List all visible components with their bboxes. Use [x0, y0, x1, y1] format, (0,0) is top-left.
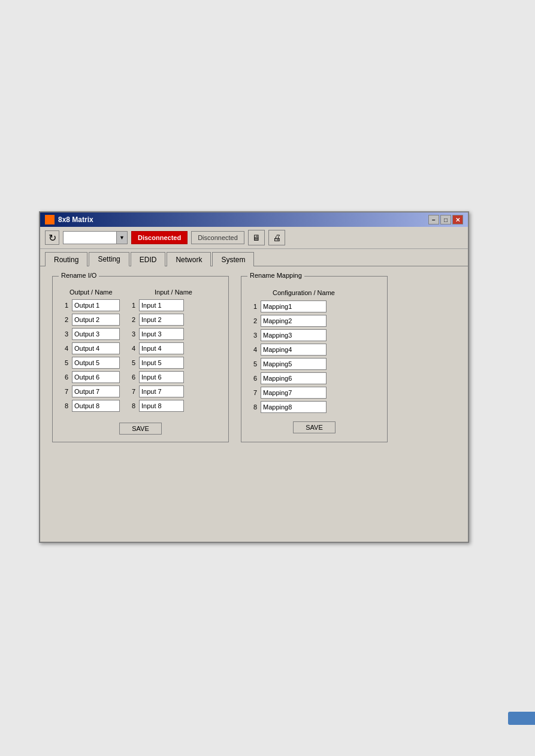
monitor-icon-button[interactable]: 🖥	[248, 230, 265, 245]
mapping-2-input[interactable]	[261, 315, 327, 327]
tab-system[interactable]: System	[212, 252, 254, 266]
output-row-1: 1	[60, 299, 120, 311]
config-column-header: Configuration / Name	[249, 289, 380, 297]
input-row-1: 1	[127, 299, 184, 311]
page-wrapper: 8x8 Matrix − □ ✕ ↻ ▼ Disconnected Discon…	[0, 0, 535, 756]
input-5-input[interactable]	[139, 357, 184, 369]
mapping-row-2: 2	[249, 315, 380, 327]
refresh-icon: ↻	[49, 232, 56, 244]
panels-row: Rename I/O Output / Name Input / Name 1	[52, 276, 456, 442]
input-7-input[interactable]	[139, 385, 184, 397]
mapping-row-7: 7	[249, 387, 380, 399]
input-3-input[interactable]	[139, 328, 184, 340]
input-1-input[interactable]	[139, 299, 184, 311]
tab-setting[interactable]: Setting	[89, 252, 129, 266]
mapping-row-1: 1	[249, 300, 380, 312]
io-column-headers: Output / Name Input / Name	[60, 289, 221, 296]
mapping-8-input[interactable]	[261, 401, 327, 413]
output-8-input[interactable]	[72, 400, 120, 412]
input-6-input[interactable]	[139, 371, 184, 383]
dropdown-arrow-button[interactable]: ▼	[117, 231, 128, 244]
main-content: Rename I/O Output / Name Input / Name 1	[40, 266, 468, 542]
output-3-input[interactable]	[72, 328, 120, 340]
status-gray-badge: Disconnected	[191, 231, 244, 244]
tab-edid[interactable]: EDID	[131, 252, 166, 266]
input-4-input[interactable]	[139, 342, 184, 354]
input-row-5: 5	[127, 357, 184, 369]
connection-dropdown-wrapper: ▼	[63, 231, 128, 244]
application-window: 8x8 Matrix − □ ✕ ↻ ▼ Disconnected Discon…	[39, 211, 469, 543]
input-8-input[interactable]	[139, 400, 184, 412]
output-row-2: 2	[60, 314, 120, 326]
output-row-7: 7	[60, 385, 120, 397]
input-2-input[interactable]	[139, 314, 184, 326]
mapping-row-3: 3	[249, 329, 380, 341]
title-bar-left: 8x8 Matrix	[45, 215, 93, 224]
mapping-6-input[interactable]	[261, 372, 327, 384]
mapping-3-input[interactable]	[261, 329, 327, 341]
tabs-bar: Routing Setting EDID Network System	[40, 249, 468, 266]
window-title: 8x8 Matrix	[58, 215, 93, 224]
rename-mapping-title: Rename Mapping	[247, 272, 304, 279]
inputs-column: 1 2 3 4	[127, 299, 184, 414]
tab-routing[interactable]: Routing	[45, 252, 87, 266]
io-save-button[interactable]: SAVE	[119, 423, 162, 435]
outputs-column: 1 2 3 4	[60, 299, 120, 414]
input-row-8: 8	[127, 400, 184, 412]
output-row-3: 3	[60, 328, 120, 340]
input-name-header: Input / Name	[155, 289, 220, 296]
config-name-header: Configuration / Name	[261, 289, 335, 296]
output-7-input[interactable]	[72, 385, 120, 397]
output-6-input[interactable]	[72, 371, 120, 383]
close-button[interactable]: ✕	[452, 215, 463, 224]
output-4-input[interactable]	[72, 342, 120, 354]
output-row-5: 5	[60, 357, 120, 369]
mapping-rows: 1 2 3 4	[249, 300, 380, 413]
output-row-6: 6	[60, 371, 120, 383]
app-icon	[45, 215, 55, 224]
mapping-row-6: 6	[249, 372, 380, 384]
minimize-button[interactable]: −	[428, 215, 439, 224]
mapping-1-input[interactable]	[261, 300, 327, 312]
rename-io-group: Rename I/O Output / Name Input / Name 1	[52, 276, 229, 442]
io-save-row: SAVE	[60, 419, 221, 435]
rename-mapping-group: Rename Mapping Configuration / Name 1 2	[241, 276, 388, 442]
io-columns: 1 2 3 4	[60, 299, 221, 414]
mapping-row-8: 8	[249, 401, 380, 413]
input-row-4: 4	[127, 342, 184, 354]
input-row-3: 3	[127, 328, 184, 340]
output-name-header: Output / Name	[69, 289, 147, 296]
refresh-button[interactable]: ↻	[45, 230, 59, 245]
output-row-8: 8	[60, 400, 120, 412]
print-icon-button[interactable]: 🖨	[268, 230, 285, 245]
tab-network[interactable]: Network	[167, 252, 211, 266]
output-5-input[interactable]	[72, 357, 120, 369]
output-1-input[interactable]	[72, 299, 120, 311]
mapping-row-5: 5	[249, 358, 380, 370]
mapping-save-button[interactable]: SAVE	[293, 421, 335, 433]
title-controls: − □ ✕	[428, 215, 463, 224]
output-2-input[interactable]	[72, 314, 120, 326]
connection-input[interactable]	[63, 231, 117, 244]
output-row-4: 4	[60, 342, 120, 354]
input-row-2: 2	[127, 314, 184, 326]
monitor-icon: 🖥	[252, 233, 261, 242]
maximize-button[interactable]: □	[440, 215, 451, 224]
toolbar: ↻ ▼ Disconnected Disconnected 🖥 🖨	[40, 227, 468, 249]
mapping-5-input[interactable]	[261, 358, 327, 370]
mapping-7-input[interactable]	[261, 387, 327, 399]
mapping-save-row: SAVE	[249, 418, 380, 433]
title-bar: 8x8 Matrix − □ ✕	[40, 212, 468, 227]
bottom-right-indicator	[508, 712, 535, 725]
input-row-7: 7	[127, 385, 184, 397]
input-row-6: 6	[127, 371, 184, 383]
status-connected-badge: Disconnected	[131, 231, 188, 244]
print-icon: 🖨	[273, 233, 281, 242]
mapping-row-4: 4	[249, 344, 380, 356]
mapping-4-input[interactable]	[261, 344, 327, 356]
rename-io-title: Rename I/O	[59, 272, 99, 279]
